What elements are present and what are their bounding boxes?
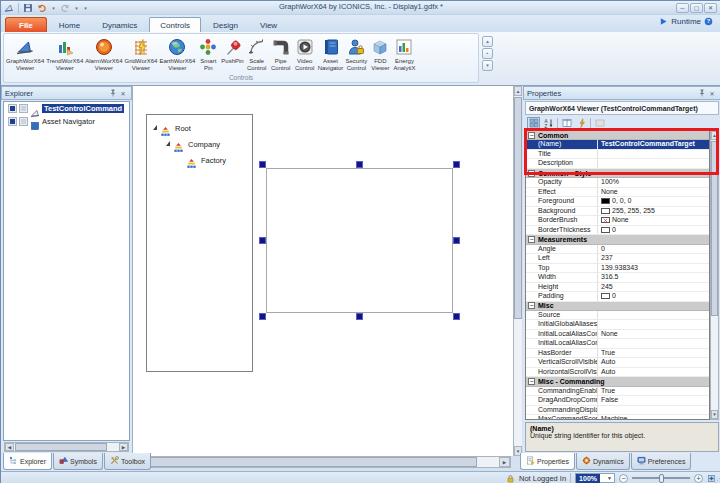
property-category-common[interactable]: −Common <box>526 131 709 140</box>
tab-view[interactable]: View <box>250 18 287 32</box>
property-row-angle[interactable]: Angle0 <box>526 245 709 255</box>
ribbon-button-security-control[interactable]: SecurityControl <box>344 35 368 73</box>
scroll-right-icon[interactable]: ▶ <box>499 457 510 467</box>
property-value-cell[interactable] <box>598 150 709 159</box>
property-row-foreground[interactable]: Foreground0, 0, 0 <box>526 197 709 207</box>
chevron-down-icon[interactable]: ▼ <box>605 475 614 481</box>
property-row-commandingdisplayna[interactable]: CommandingDisplayNa <box>526 406 709 416</box>
property-row-left[interactable]: Left237 <box>526 254 709 264</box>
property-row-padding[interactable]: Padding0 <box>526 292 709 302</box>
property-value-cell[interactable]: None <box>598 330 709 339</box>
property-value-cell[interactable]: 139.938343 <box>598 264 709 273</box>
ribbon-scroll-up-icon[interactable]: ▴ <box>482 36 493 47</box>
property-value-cell[interactable]: Machine <box>598 415 709 420</box>
asset-tree-node-root[interactable]: Root <box>147 120 252 136</box>
property-value-cell[interactable]: 237 <box>598 254 709 263</box>
property-row-description[interactable]: Description <box>526 159 709 169</box>
scroll-right-icon[interactable]: ▶ <box>119 443 128 451</box>
visibility-toggle-icon[interactable] <box>8 117 17 126</box>
tab-dynamics[interactable]: Dynamics <box>92 18 147 32</box>
properties-vscrollbar[interactable]: ▲ ▼ <box>710 130 719 420</box>
dock-tab-explorer[interactable]: Explorer <box>3 453 52 470</box>
property-value-cell[interactable]: None <box>598 188 709 197</box>
tree-expand-icon[interactable] <box>153 125 157 130</box>
property-value-cell[interactable]: 0, 0, 0 <box>598 197 709 206</box>
explorer-hscrollbar[interactable]: ◀ ▶ <box>4 442 129 452</box>
customize-toolbar-icon[interactable]: ▾ <box>82 5 89 11</box>
property-value-cell[interactable]: 0 <box>598 245 709 254</box>
zoom-level-combo[interactable]: 100% ▼ <box>575 473 615 483</box>
tree-expand-icon[interactable] <box>166 141 170 146</box>
collapse-icon[interactable]: − <box>528 378 535 385</box>
property-row-draganddropcommanc[interactable]: DragAndDropCommancFalse <box>526 396 709 406</box>
collapse-icon[interactable]: − <box>528 170 535 177</box>
properties-tab-preferences[interactable]: Preferences <box>631 453 692 470</box>
property-value-cell[interactable] <box>598 339 709 348</box>
property-value-cell[interactable] <box>598 311 709 320</box>
property-value-cell[interactable] <box>598 406 709 415</box>
categorized-icon[interactable] <box>527 117 540 129</box>
canvas-vscrollbar[interactable]: ▲ ▼ <box>513 86 522 456</box>
ribbon-button-earthworx64-viewer[interactable]: EarthWorX64Viewer <box>158 35 196 73</box>
columns-icon[interactable] <box>560 117 573 129</box>
runtime-button[interactable]: Runtime <box>671 17 701 26</box>
asset-tree-node-factory[interactable]: Factory <box>147 152 252 168</box>
property-row-borderbrush[interactable]: BorderBrushNone <box>526 216 709 226</box>
visibility-toggle-icon[interactable] <box>8 104 17 113</box>
close-icon[interactable]: ✕ <box>707 88 717 98</box>
property-value-cell[interactable]: 316.5 <box>598 273 709 282</box>
ribbon-scroll-down-icon[interactable]: ▾ <box>482 60 493 71</box>
pin-icon[interactable] <box>108 88 118 98</box>
selection-handle[interactable] <box>453 237 460 244</box>
selected-viewer-control[interactable] <box>266 168 453 313</box>
zoom-in-button[interactable]: + <box>694 474 703 483</box>
selection-handle[interactable] <box>259 161 266 168</box>
property-row-hasborder[interactable]: HasBorderTrue <box>526 349 709 359</box>
asset-tree-node-company[interactable]: Company <box>147 136 252 152</box>
property-row-name[interactable]: (Name)TestControlCommandTarget <box>526 140 709 150</box>
redo-dropdown-icon[interactable]: ▾ <box>73 5 80 11</box>
ribbon-button-fdd-viewer[interactable]: FDDViewer <box>368 35 392 73</box>
ribbon-button-alarmworx64-viewer[interactable]: AlarmWorX64Viewer <box>84 35 123 73</box>
property-row-top[interactable]: Top139.938343 <box>526 264 709 274</box>
property-value-cell[interactable] <box>598 159 709 168</box>
property-row-initiallocalaliascomman[interactable]: InitialLocalAliasCommanNone <box>526 330 709 340</box>
dock-tab-toolbox[interactable]: Toolbox <box>104 453 151 470</box>
save-button[interactable] <box>22 2 34 14</box>
property-row-width[interactable]: Width316.5 <box>526 273 709 283</box>
scrollbar-thumb[interactable] <box>147 457 477 467</box>
property-row-opacity[interactable]: Opacity100% <box>526 178 709 188</box>
zoom-out-button[interactable]: − <box>619 474 628 483</box>
ribbon-button-graphworx64-viewer[interactable]: GraphWorX64Viewer <box>5 35 45 73</box>
property-row-initialglobalaliases[interactable]: InitialGlobalAliases <box>526 320 709 330</box>
ribbon-button-trendworx64-viewer[interactable]: TrendWorX64Viewer <box>45 35 84 73</box>
property-value-cell[interactable]: TestControlCommandTarget <box>598 140 709 149</box>
property-value-cell[interactable]: None <box>598 216 709 225</box>
scrollbar-thumb[interactable] <box>711 141 718 316</box>
explorer-item-asset-navigator[interactable]: Asset Navigator <box>4 115 129 128</box>
ribbon-button-pipe-control[interactable]: PipeControl <box>269 35 293 73</box>
ribbon-button-smart-pin[interactable]: SmartPin <box>196 35 220 73</box>
lock-toggle-icon[interactable] <box>19 117 28 126</box>
property-category-misc[interactable]: −Misc <box>526 302 709 311</box>
ribbon-button-scale-control[interactable]: ScaleControl <box>245 35 269 73</box>
scroll-left-icon[interactable]: ◀ <box>5 443 14 451</box>
explorer-item-testcontrolcommand[interactable]: TestControlCommand <box>4 102 129 115</box>
scroll-down-icon[interactable]: ▼ <box>711 410 718 419</box>
ribbon-button-asset-navigator[interactable]: AssetNavigator <box>317 35 345 73</box>
ribbon-button-video-control[interactable]: VideoControl <box>293 35 317 73</box>
property-category-measurements[interactable]: −Measurements <box>526 235 709 244</box>
resize-grip[interactable]: ⋰ <box>714 476 720 483</box>
tab-design[interactable]: Design <box>203 18 248 32</box>
scrollbar-thumb[interactable] <box>514 97 522 319</box>
property-row-source[interactable]: Source <box>526 311 709 321</box>
property-row-verticalscrollvisible[interactable]: VerticalScrollVisibleAuto <box>526 358 709 368</box>
property-value-cell[interactable]: Auto <box>598 368 709 377</box>
tab-file[interactable]: File <box>5 17 47 32</box>
property-value-cell[interactable]: True <box>598 387 709 396</box>
property-category-misc-commanding[interactable]: −Misc - Commanding <box>526 377 709 386</box>
property-row-initiallocalaliascomman[interactable]: InitialLocalAliasComman <box>526 339 709 349</box>
help-icon[interactable]: ? <box>704 12 713 30</box>
property-row-effect[interactable]: EffectNone <box>526 188 709 198</box>
undo-button[interactable] <box>36 2 48 14</box>
